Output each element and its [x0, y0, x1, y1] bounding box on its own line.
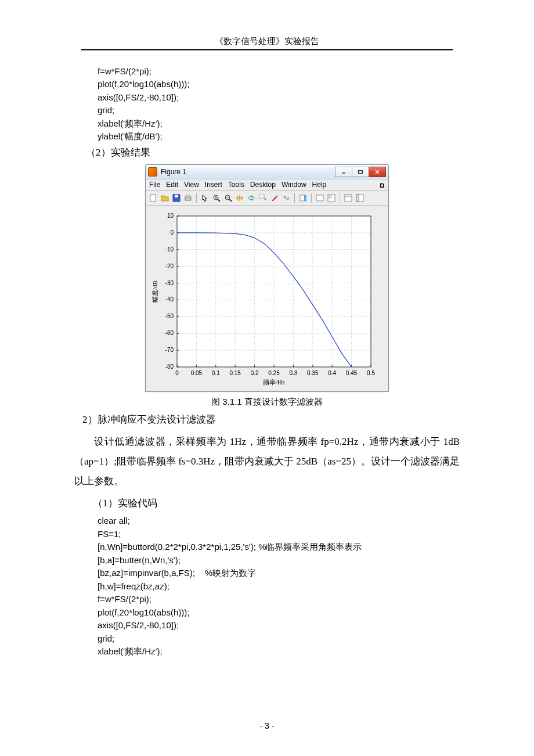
open-folder-icon[interactable] — [160, 193, 170, 203]
svg-text:0.1: 0.1 — [212, 370, 220, 376]
insert-axes-icon[interactable] — [326, 193, 337, 203]
svg-rect-1 — [359, 171, 363, 174]
code-line: axis([0,FS/2,-80,10]); — [98, 91, 460, 105]
svg-text:0.4: 0.4 — [328, 370, 336, 376]
svg-text:0.35: 0.35 — [307, 370, 319, 376]
menu-window[interactable]: Window — [282, 181, 306, 189]
menu-file[interactable]: File — [149, 181, 160, 189]
svg-line-14 — [229, 199, 232, 201]
code-line: f=w*FS/(2*pi); — [98, 593, 460, 606]
data-cursor-icon[interactable] — [258, 193, 268, 203]
save-icon[interactable] — [171, 193, 182, 203]
pan-icon[interactable] — [234, 193, 245, 203]
code-line: clear all; — [98, 514, 460, 528]
svg-text:0: 0 — [170, 229, 174, 236]
svg-rect-17 — [259, 195, 264, 198]
maximize-button[interactable] — [352, 167, 369, 177]
window-titlebar[interactable]: Figure 1 — [146, 165, 388, 179]
section-code-label: （1）实验代码 — [93, 494, 460, 513]
code-line: [b,a]=butter(n,Wn,'s'); — [98, 554, 460, 567]
code-line: [n,Wn]=buttord(0.2*2*pi,0.3*2*pi,1,25,'s… — [98, 541, 460, 554]
svg-rect-27 — [356, 195, 359, 201]
figure-caption: 图 3.1.1 直接设计数字滤波器 — [74, 397, 460, 408]
toolbar-separator — [196, 193, 197, 203]
menu-help[interactable]: Help — [312, 181, 327, 189]
section-result-label: （2）实验结果 — [86, 145, 460, 161]
svg-rect-6 — [175, 195, 178, 197]
svg-text:-10: -10 — [165, 246, 174, 253]
svg-text:0.45: 0.45 — [346, 370, 358, 376]
code-block-2: clear all; FS=1; [n,Wn]=buttord(0.2*2*pi… — [98, 514, 460, 658]
close-button[interactable] — [369, 167, 386, 177]
menu-tools[interactable]: Tools — [228, 181, 244, 189]
svg-text:0.2: 0.2 — [251, 370, 259, 376]
svg-rect-8 — [186, 195, 190, 197]
svg-text:-40: -40 — [165, 297, 174, 303]
code-line: [bz,az]=impinvar(b,a,FS); %映射为数字 — [98, 567, 460, 580]
zoom-in-icon[interactable] — [211, 193, 222, 203]
svg-text:-30: -30 — [165, 280, 174, 286]
svg-text:10: 10 — [167, 213, 174, 219]
svg-line-18 — [264, 198, 266, 200]
window-title: Figure 1 — [161, 168, 335, 176]
code-line: [h,w]=freqz(bz,az); — [98, 580, 460, 593]
svg-rect-23 — [329, 196, 331, 198]
svg-text:0.05: 0.05 — [191, 370, 203, 376]
toolbar — [146, 191, 388, 206]
show-tools-icon[interactable] — [355, 193, 365, 203]
minimize-button[interactable] — [335, 167, 352, 177]
svg-text:0.25: 0.25 — [268, 370, 280, 376]
hide-tools-icon[interactable] — [343, 193, 353, 203]
header-rule: ━━━━━━━━━━━━━━━━━━━━━━━━━━━━━━━━━━━━━━━━… — [74, 48, 460, 52]
code-line: ylabel('幅度/dB'); — [98, 130, 460, 143]
svg-text:-20: -20 — [165, 263, 174, 269]
menu-insert[interactable]: Insert — [205, 181, 222, 189]
page-header: 《数字信号处理》实验报告 — [74, 36, 460, 47]
svg-text:0.15: 0.15 — [229, 370, 241, 376]
svg-text:0.3: 0.3 — [289, 370, 297, 376]
matlab-figure-window: Figure 1 File Edit View Insert Tools Des… — [145, 164, 389, 392]
svg-text:0.5: 0.5 — [367, 370, 375, 376]
chart-plot: 00.050.10.150.20.250.30.350.40.450.5-80-… — [149, 210, 379, 388]
toolbar-separator — [294, 193, 295, 203]
code-line: grid; — [98, 104, 460, 117]
svg-line-10 — [218, 199, 220, 201]
svg-rect-24 — [345, 195, 352, 201]
code-line: plot(f,20*log10(abs(h))); — [98, 78, 460, 91]
pointer-icon[interactable] — [200, 193, 210, 203]
svg-text:-70: -70 — [165, 347, 174, 354]
menu-desktop[interactable]: Desktop — [250, 181, 276, 189]
svg-text:-80: -80 — [165, 363, 174, 370]
svg-text:-50: -50 — [165, 314, 174, 320]
matlab-icon — [148, 167, 157, 177]
code-line: xlabel('频率/Hz'); — [98, 645, 460, 658]
svg-rect-4 — [150, 195, 156, 201]
print-icon[interactable] — [183, 193, 193, 203]
code-line: axis([0,FS/2,-80,10]); — [98, 619, 460, 632]
menubar: File Edit View Insert Tools Desktop Wind… — [146, 179, 388, 191]
code-line: FS=1; — [98, 528, 460, 541]
colorbar-icon[interactable] — [298, 193, 308, 203]
svg-text:幅度/dB: 幅度/dB — [151, 280, 158, 303]
rotate3d-icon[interactable] — [246, 193, 257, 203]
new-file-icon[interactable] — [148, 193, 158, 203]
paragraph-1: 设计低通滤波器，采样频率为 1Hz，通带临界频率 fp=0.2Hz，通带内衰减小… — [74, 432, 460, 491]
plot-canvas[interactable]: 00.050.10.150.20.250.30.350.40.450.5-80-… — [146, 206, 388, 391]
section2-title: 2）脉冲响应不变法设计滤波器 — [82, 410, 460, 430]
legend-icon[interactable] — [315, 193, 325, 203]
svg-text:频率/Hz: 频率/Hz — [263, 379, 285, 386]
brush-icon[interactable] — [269, 193, 280, 203]
menu-view[interactable]: View — [184, 181, 199, 189]
toolbar-separator — [340, 193, 340, 203]
dock-toggle-icon[interactable]: ם — [380, 181, 385, 189]
code-line: plot(f,20*log10(abs(h))); — [98, 606, 460, 620]
zoom-out-icon[interactable] — [223, 193, 233, 203]
code-line: grid; — [98, 632, 460, 646]
menu-edit[interactable]: Edit — [166, 181, 178, 189]
link-icon[interactable] — [281, 193, 291, 203]
svg-text:0: 0 — [175, 370, 179, 376]
svg-text:-60: -60 — [165, 330, 174, 337]
page-number: - 3 - — [0, 721, 534, 730]
svg-rect-20 — [304, 195, 306, 201]
svg-rect-21 — [316, 195, 323, 201]
